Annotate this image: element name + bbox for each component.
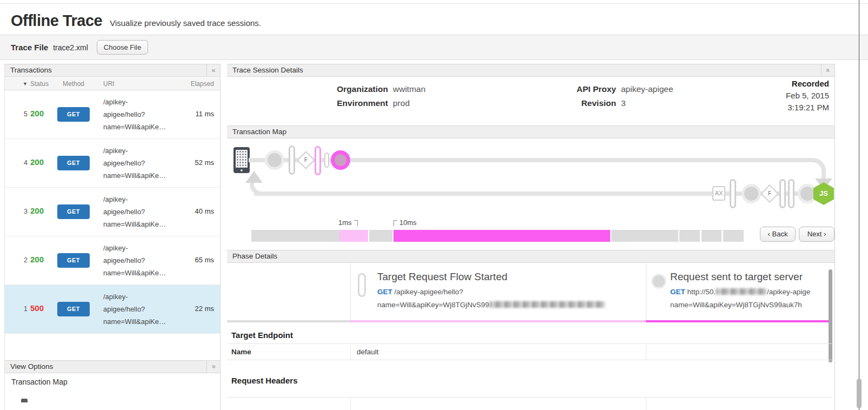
phase-url-line1: GET /apikey-apigee/hello?	[377, 288, 642, 296]
timeline-segment[interactable]	[611, 230, 678, 242]
phase-details-zone: Target Request Flow Started GET /apikey-…	[227, 263, 834, 325]
page-header: Offline Trace Visualize previously saved…	[11, 12, 261, 30]
timeline-segment-pink[interactable]	[339, 230, 368, 242]
cell-divider	[646, 398, 646, 410]
phase-details-title: Phase Details	[232, 252, 277, 260]
phase-underline-pink	[350, 320, 646, 322]
partial-control[interactable]	[21, 399, 28, 402]
transactions-table-header: ▼ Status Method URI Elapsed	[5, 77, 220, 90]
request-headers-title: Request Headers	[231, 376, 298, 385]
timeline-segment-magenta[interactable]	[393, 230, 610, 242]
map-flow-diamond[interactable]: F	[760, 184, 779, 203]
map-step-circle[interactable]	[268, 153, 282, 167]
map-policy-pill-small[interactable]	[324, 153, 329, 168]
expand-section-icon[interactable]: «	[206, 361, 220, 373]
row-elapsed: 22 ms	[195, 305, 214, 313]
method-badge: GET	[57, 107, 90, 122]
method-badge: GET	[57, 302, 90, 316]
transaction-map: F AX F JS	[227, 138, 834, 229]
window-scrollbar[interactable]	[857, 379, 862, 408]
environment-label: Environment	[304, 96, 388, 110]
cell-divider	[646, 344, 646, 360]
table-row[interactable]: 5 200 GET /apikey- apigee/hello? name=Wi…	[5, 90, 220, 139]
row-uri: /apikey- apigee/hello? name=Will&apiKe…	[103, 193, 184, 230]
timeline-segment[interactable]	[251, 230, 339, 242]
name-value: default	[357, 348, 379, 356]
page-title: Offline Trace	[11, 12, 102, 30]
revision-value: 3	[621, 96, 626, 110]
window-edge	[859, 0, 859, 410]
map-step-circle[interactable]	[744, 187, 758, 201]
row-elapsed: 65 ms	[195, 256, 214, 264]
phase-step-request-sent[interactable]: Request sent to target server GET http:/…	[670, 271, 830, 309]
session-recorded: Recorded Feb 5, 2015 3:19:21 PM	[786, 78, 829, 114]
map-policy-pill[interactable]	[788, 179, 794, 208]
recorded-label: Recorded	[786, 78, 829, 90]
marker-bracket	[393, 220, 397, 226]
cell-divider	[646, 263, 646, 322]
target-endpoint-title: Target Endpoint	[231, 330, 293, 340]
arrow-up-icon	[245, 171, 263, 183]
status-badge: 500	[30, 303, 44, 313]
method-badge: GET	[57, 253, 90, 268]
api-proxy-value: apikey-apigee	[621, 82, 673, 96]
collapse-section-icon[interactable]: «	[821, 64, 834, 76]
row-elapsed: 52 ms	[195, 158, 214, 167]
transactions-title: Transactions	[10, 66, 52, 74]
transactions-rows: 5 200 GET /apikey- apigee/hello? name=Wi…	[5, 90, 220, 334]
map-policy-pill[interactable]	[730, 179, 736, 208]
marker-bracket	[354, 220, 358, 226]
map-step-circle-selected[interactable]	[331, 150, 350, 170]
row-uri: /apikey- apigee/hello? name=Will&apiKe…	[103, 242, 184, 279]
phase-circle-icon	[653, 275, 665, 287]
session-org-env: Organization wwitman Environment prod	[304, 82, 425, 110]
offline-trace-screen: Offline Trace Visualize previously saved…	[0, 0, 868, 410]
map-policy-pill[interactable]	[289, 146, 295, 175]
status-badge: 200	[30, 157, 44, 167]
transactions-panel: Transactions « ▼ Status Method URI Elaps…	[4, 64, 221, 410]
column-status: Status	[30, 77, 49, 90]
collapse-panel-icon[interactable]: «	[206, 64, 220, 76]
phase-step-target-request[interactable]: Target Request Flow Started GET /apikey-…	[377, 271, 642, 309]
table-row-selected[interactable]: 1 500 GET /apikey- apigee/hello? name=Wi…	[5, 285, 220, 334]
next-button[interactable]: Next ›	[799, 227, 834, 242]
cell-divider	[350, 398, 351, 410]
choose-file-button[interactable]: Choose File	[97, 40, 148, 55]
target-endpoint-table: Name default	[227, 343, 832, 360]
sort-desc-icon[interactable]: ▼	[18, 77, 28, 90]
map-policy-pill[interactable]	[779, 179, 786, 208]
back-button[interactable]: ‹ Back	[760, 227, 796, 242]
row-index: 3	[5, 207, 28, 215]
view-option-transaction-map[interactable]: Transaction Map	[11, 378, 68, 386]
trace-session-panel: Trace Session Details « Organization wwi…	[227, 64, 835, 410]
map-step-circle[interactable]	[800, 187, 814, 201]
phase-details-header: Phase Details	[227, 250, 834, 263]
request-headers-table	[227, 397, 832, 410]
row-index: 1	[5, 305, 28, 313]
phase-url-line2: name=Will&apiKey=Wj8TGjNvS99auk7h	[670, 301, 830, 309]
timeline-segment[interactable]	[679, 230, 700, 242]
timeline-segment[interactable]	[702, 230, 722, 242]
table-row[interactable]: 4 200 GET /apikey- apigee/hello? name=Wi…	[5, 139, 220, 188]
row-elapsed: 11 ms	[196, 110, 214, 118]
timeline-segment[interactable]	[369, 230, 392, 242]
column-elapsed: Elapsed	[191, 77, 214, 90]
api-proxy-label: API Proxy	[535, 82, 616, 96]
status-badge: 200	[30, 206, 44, 215]
row-elapsed: 40 ms	[195, 207, 214, 215]
table-row[interactable]: 2 200 GET /apikey- apigee/hello? name=Wi…	[5, 236, 220, 285]
map-analytics-node[interactable]: AX	[712, 186, 725, 201]
map-policy-pill-active[interactable]	[315, 146, 321, 175]
redacted-blur	[716, 288, 767, 295]
phase-url-line1: GET http://50./apikey-apige	[670, 288, 830, 296]
phase-title: Target Request Flow Started	[377, 271, 642, 283]
client-phone-icon[interactable]	[233, 147, 250, 173]
trace-file-name: trace2.xml	[53, 43, 88, 52]
row-uri: /apikey- apigee/hello? name=Will&apiKe…	[103, 96, 184, 133]
table-row[interactable]: 3 200 GET /apikey- apigee/hello? name=Wi…	[5, 188, 220, 236]
column-method: Method	[63, 77, 84, 90]
name-label: Name	[231, 348, 251, 356]
timeline-marker-10ms: 10ms	[393, 219, 417, 227]
row-index: 5	[5, 110, 28, 118]
timeline-segment[interactable]	[723, 230, 744, 242]
